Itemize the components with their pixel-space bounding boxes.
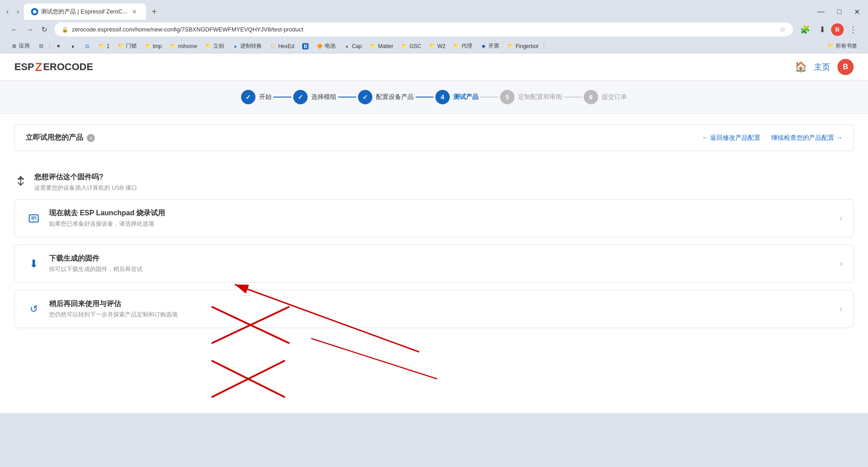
menu-button[interactable]: ⋮ — [846, 23, 861, 36]
back-button[interactable]: ← — [7, 23, 22, 36]
bookmark-dianci-label: 电池 — [325, 42, 336, 50]
step-1: ✓ 开始 — [241, 90, 272, 104]
folder1-icon: 📁 — [98, 43, 105, 49]
star-icon: ★ — [55, 43, 62, 49]
bookmark-b[interactable]: B — [299, 42, 312, 51]
home-icon[interactable]: 🏠 — [795, 61, 807, 73]
allbooks-icon: 📁 — [828, 43, 834, 49]
url-bar[interactable]: 🔒 zerocode.espressif.com/home/new-config… — [54, 22, 793, 36]
later-arrow: › — [840, 304, 842, 314]
jczh-icon: ● — [232, 43, 238, 49]
step-4-circle: 4 — [435, 90, 450, 104]
google-icon: G — [84, 43, 90, 49]
active-tab[interactable]: 测试您的产品 | Espressif ZeroC... ✕ — [24, 4, 147, 20]
bookmark-jczh-label: 进制转换 — [240, 42, 262, 50]
matter-icon: 📁 — [370, 43, 376, 49]
step-connector-5 — [564, 97, 582, 98]
download-button[interactable]: ⬇ — [815, 23, 829, 36]
w2-icon: 📁 — [429, 43, 435, 49]
info-icon[interactable]: i — [87, 134, 95, 142]
tab-forward-arrow[interactable]: › — [14, 6, 22, 18]
bookmark-cap[interactable]: ● Cap — [340, 42, 365, 51]
option-later[interactable]: ↺ 稍后再回来使用与评估 您仍然可以转到下一步并探索产品定制和订购选项 › — [14, 290, 854, 328]
home-link[interactable]: 主页 — [814, 62, 830, 72]
bookmark-google[interactable]: G — [81, 42, 94, 51]
kaimen-icon: ◆ — [480, 43, 487, 49]
option-launchpad[interactable]: 现在就去 ESP Launchpad 烧录试用 如果您已准备好连接设备，请选择此… — [14, 199, 854, 237]
step-2-label: 选择模组 — [311, 93, 336, 101]
usb-title: 您想评估这个固件吗? — [34, 173, 137, 182]
bookmark-menlock[interactable]: 📁 门锁 — [114, 41, 140, 51]
bookmark-dianci[interactable]: 🔶 电池 — [313, 41, 339, 51]
bookmark-apps-label: 应用 — [19, 42, 30, 50]
bookmark-daili[interactable]: 📁 代理 — [450, 41, 476, 51]
download-title: 下载生成的固件 — [49, 254, 143, 263]
extensions-button[interactable]: 🧩 — [796, 23, 814, 36]
tab-close-button[interactable]: ✕ — [130, 7, 139, 16]
logo: ESP Z EROCODE — [14, 60, 93, 74]
fingerbot-icon: 📁 — [507, 43, 514, 49]
step-6: 6 提交订单 — [584, 90, 627, 104]
bookmark-fingerbot[interactable]: 📁 Fingerbot — [504, 42, 542, 51]
cap-icon: ● — [344, 43, 350, 49]
user-avatar[interactable]: B — [837, 59, 854, 75]
launchpad-subtitle: 如果您已准备好连接设备，请选择此选项 — [49, 220, 165, 228]
lichuang-icon: 📁 — [205, 43, 211, 49]
gsc-icon: 📁 — [401, 43, 407, 49]
address-bar: ← → ↻ 🔒 zerocode.espressif.com/home/new-… — [0, 20, 868, 39]
bookmarks-bar: ⊞ 应用 ⊟ ★ ♦ G 📁 1 📁 门锁 📁 tmp 📁 mih — [0, 39, 868, 53]
svg-rect-3 — [29, 215, 38, 222]
maximize-button[interactable]: □ — [832, 6, 846, 18]
back-link[interactable]: ← 返回修改产品配置 — [702, 134, 761, 142]
bookmark-star[interactable]: ★ — [52, 42, 65, 51]
bookmark-grid[interactable]: ⊟ — [34, 42, 48, 51]
logo-z: Z — [35, 60, 42, 74]
bookmark-tmp[interactable]: 📁 tmp — [141, 42, 166, 51]
browser-window: ‹ › 测试您的产品 | Espressif ZeroC... ✕ + — □ … — [0, 0, 868, 467]
bookmark-star-button[interactable]: ☆ — [779, 25, 786, 34]
bookmark-hexed[interactable]: 🛡 HexEd — [266, 42, 298, 51]
launchpad-title: 现在就去 ESP Launchpad 烧录试用 — [49, 209, 165, 218]
bookmark-allbooks-label: 所有书签 — [836, 42, 857, 50]
bookmark-lichuang[interactable]: 📁 立创 — [201, 41, 228, 51]
new-tab-button[interactable]: + — [148, 5, 161, 19]
continue-link[interactable]: 继续检查您的产品配置 → — [771, 134, 842, 142]
svg-line-8 — [311, 338, 437, 379]
bookmark-folder1[interactable]: 📁 1 — [95, 42, 113, 51]
bookmark-daili-label: 代理 — [461, 42, 472, 50]
bookmark-fingerbot-label: Fingerbot — [515, 43, 538, 49]
forward-button[interactable]: → — [22, 23, 37, 36]
bookmark-matter[interactable]: 📁 Matter — [366, 42, 397, 51]
close-button[interactable]: ✕ — [850, 6, 864, 18]
tab-back-arrow[interactable]: ‹ — [4, 6, 11, 18]
bookmark-lichuang-label: 立创 — [213, 42, 224, 50]
bookmark-gsc[interactable]: 📁 GSC — [398, 42, 425, 51]
svg-line-10 — [212, 361, 284, 397]
grid-icon: ⊟ — [38, 43, 44, 49]
bookmark-tmp-label: tmp — [153, 43, 162, 49]
url-text: zerocode.espressif.com/home/new-config/7… — [72, 26, 776, 33]
step-2: ✓ 选择模组 — [293, 90, 336, 104]
bookmark-allbooks[interactable]: 📁 所有书签 — [824, 41, 861, 51]
bookmark-w2[interactable]: 📁 W2 — [425, 42, 449, 51]
option-download[interactable]: ⬇ 下载生成的固件 你可以下载生成的固件，稍后再尝试 › — [14, 245, 854, 283]
usb-subtitle: 这需要您的设备插入计算机的 USB 接口 — [34, 184, 137, 192]
reload-button[interactable]: ↻ — [38, 23, 51, 36]
logo-esp: ESP — [14, 61, 34, 73]
usb-icon — [14, 174, 27, 190]
douyin-icon: ♦ — [70, 43, 76, 49]
launchpad-arrow: › — [840, 213, 842, 223]
bookmark-mihome[interactable]: 📁 mihome — [166, 42, 201, 51]
bookmark-menlock-label: 门锁 — [126, 42, 137, 50]
bookmark-kaimen[interactable]: ◆ 开票 — [477, 41, 503, 51]
bookmark-apps[interactable]: ⊞ 应用 — [7, 41, 33, 51]
bookmark-jczh[interactable]: ● 进制转换 — [228, 41, 265, 51]
bookmark-folder1-label: 1 — [107, 43, 110, 49]
bookmark-separator-1 — [49, 43, 50, 50]
profile-avatar[interactable]: B — [831, 23, 844, 36]
download-icon: ⬇ — [26, 256, 42, 272]
minimize-button[interactable]: — — [813, 6, 829, 18]
dianci-icon: 🔶 — [317, 43, 323, 49]
tab-favicon — [31, 8, 38, 15]
bookmark-douyin[interactable]: ♦ — [66, 42, 80, 51]
